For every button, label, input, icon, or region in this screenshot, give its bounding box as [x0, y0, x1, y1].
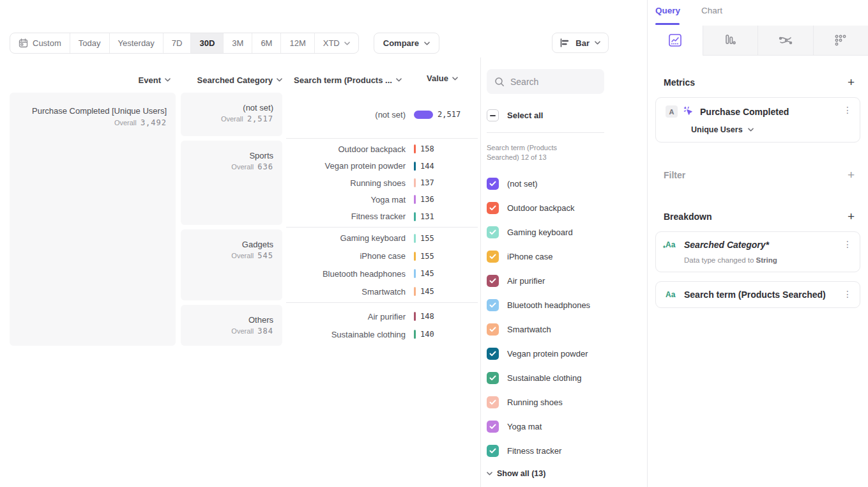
active-tab-underline [655, 23, 680, 25]
search-term-label: Air purifier [286, 312, 414, 321]
checkbox-checked[interactable] [487, 348, 499, 360]
category-cell[interactable]: OthersOverall 384 [181, 305, 282, 346]
table-row[interactable]: Vegan protein powder144 [286, 157, 478, 174]
legend-item[interactable]: Fitness tracker [487, 438, 604, 463]
add-metric-button[interactable]: + [848, 76, 855, 88]
table-row[interactable]: iPhone case155 [286, 247, 478, 265]
compare-button[interactable]: Compare [374, 33, 439, 54]
category-overall: Overall 2,517 [187, 114, 273, 123]
value-label: 144 [420, 162, 434, 171]
search-input[interactable] [510, 77, 587, 87]
column-header-search-term[interactable]: Search term (Products ... [286, 73, 402, 86]
legend-item[interactable]: Outdoor backpack [487, 196, 604, 220]
event-cell[interactable]: Purchase Completed [Unique Users] Overal… [10, 93, 176, 346]
breakdown-menu-button[interactable]: ⋮ [843, 290, 852, 299]
legend-item[interactable]: Yoga mat [487, 414, 604, 438]
column-header-value[interactable]: Value [427, 73, 458, 83]
legend-item[interactable]: Bluetooth headphones [487, 293, 604, 317]
legend-items: (not set)Outdoor backpackGaming keyboard… [487, 171, 604, 463]
row-group: Outdoor backpack158Vegan protein powder1… [286, 141, 478, 225]
checkbox-checked[interactable] [487, 226, 499, 238]
table-row[interactable]: Yoga mat136 [286, 191, 478, 208]
legend-item-label: Yoga mat [507, 422, 542, 431]
search-term-label: Fitness tracker [286, 212, 414, 221]
metric-card[interactable]: A Purchase Completed ⋮ Unique Users [655, 97, 860, 143]
retention-icon [834, 33, 848, 47]
search-term-label: (not set) [286, 110, 414, 120]
table-row[interactable]: Air purifier148 [286, 307, 478, 325]
tab-funnels[interactable] [703, 26, 758, 55]
date-range-12m[interactable]: 12M [280, 33, 314, 53]
date-range-6m[interactable]: 6M [252, 33, 280, 53]
checkbox-checked[interactable] [487, 396, 499, 408]
legend-item[interactable]: Running shoes [487, 390, 604, 414]
metric-menu-button[interactable]: ⋮ [843, 105, 852, 115]
checkbox-checked[interactable] [487, 299, 499, 311]
table-row[interactable]: (not set)2,517 [286, 105, 478, 123]
checkbox-checked[interactable] [487, 323, 499, 336]
category-cell[interactable]: SportsOverall 636 [181, 141, 282, 225]
checkbox-checked[interactable] [487, 202, 499, 214]
table-row[interactable]: Sustainable clothing140 [286, 325, 478, 343]
legend-item[interactable]: Smartwatch [487, 317, 604, 341]
chart-type-select[interactable]: Bar [552, 33, 609, 53]
select-all-checkbox[interactable] [487, 109, 499, 121]
legend-item[interactable]: Sustainable clothing [487, 366, 604, 390]
legend-item[interactable]: iPhone case [487, 244, 604, 268]
legend-item[interactable]: Vegan protein powder [487, 341, 604, 366]
date-range-xtd[interactable]: XTD [314, 33, 358, 53]
search-term-label: iPhone case [286, 251, 414, 261]
column-header-searched-category[interactable]: Searched Category [176, 73, 286, 86]
query-panel-tabs: Query Chart [648, 0, 868, 26]
breakdown-menu-button[interactable]: ⋮ [843, 240, 852, 249]
select-all-row[interactable]: Select all [487, 109, 604, 121]
bar-segment [414, 252, 416, 261]
checkbox-checked[interactable] [487, 251, 499, 263]
checkbox-checked[interactable] [487, 421, 499, 433]
column-header-event[interactable]: Event [10, 73, 176, 86]
date-range-custom[interactable]: Custom [10, 33, 70, 53]
aggregation-select[interactable]: Unique Users [691, 125, 852, 134]
legend-item[interactable]: Gaming keyboard [487, 220, 604, 244]
checkbox-checked[interactable] [487, 445, 499, 457]
metric-letter-badge: A [666, 105, 678, 118]
group-divider [286, 138, 478, 139]
tab-chart[interactable]: Chart [701, 6, 722, 15]
date-range-yesterday[interactable]: Yesterday [109, 33, 163, 53]
legend-item[interactable]: (not set) [487, 171, 604, 196]
legend-filter-panel: Select all Search term (Products Searche… [487, 69, 604, 478]
value-label: 140 [420, 330, 434, 339]
table-row[interactable]: Smartwatch145 [286, 282, 478, 300]
category-cell[interactable]: (not set)Overall 2,517 [181, 93, 282, 136]
tab-flows[interactable] [758, 26, 813, 55]
date-range-today[interactable]: Today [70, 33, 109, 53]
legend-item[interactable]: Air purifier [487, 268, 604, 293]
bar-chart-icon [560, 38, 570, 47]
checkbox-checked[interactable] [487, 275, 499, 287]
table-row[interactable]: Bluetooth headphones145 [286, 265, 478, 283]
checkbox-checked[interactable] [487, 178, 499, 190]
add-breakdown-button[interactable]: + [848, 210, 855, 222]
table-row[interactable]: Running shoes137 [286, 174, 478, 191]
breakdown-card-searched-category[interactable]: Aa* Searched Category* ⋮ Data type chang… [655, 231, 860, 272]
category-cell[interactable]: GadgetsOverall 545 [181, 229, 282, 300]
date-range-7d[interactable]: 7D [163, 33, 191, 53]
legend-search[interactable] [487, 69, 604, 94]
report-type-strip [648, 26, 868, 56]
table-row[interactable]: Gaming keyboard155 [286, 229, 478, 247]
date-range-30d[interactable]: 30D [190, 33, 223, 53]
add-filter-button[interactable]: + [848, 169, 855, 181]
date-range-3m[interactable]: 3M [223, 33, 252, 53]
tab-retention[interactable] [813, 26, 868, 55]
table-row[interactable]: Outdoor backpack158 [286, 141, 478, 157]
legend-item-label: Smartwatch [507, 325, 551, 334]
tab-query[interactable]: Query [655, 6, 680, 15]
breakdown-card-search-term[interactable]: Aa Search term (Products Searched) ⋮ [655, 281, 860, 308]
chevron-down-icon [424, 42, 430, 45]
checkbox-checked[interactable] [487, 372, 499, 384]
value-label: 148 [420, 312, 434, 321]
table-row[interactable]: Fitness tracker131 [286, 208, 478, 225]
tab-insights[interactable] [648, 26, 703, 56]
value-bar: 137 [414, 178, 478, 187]
show-all-button[interactable]: Show all (13) [487, 469, 604, 478]
